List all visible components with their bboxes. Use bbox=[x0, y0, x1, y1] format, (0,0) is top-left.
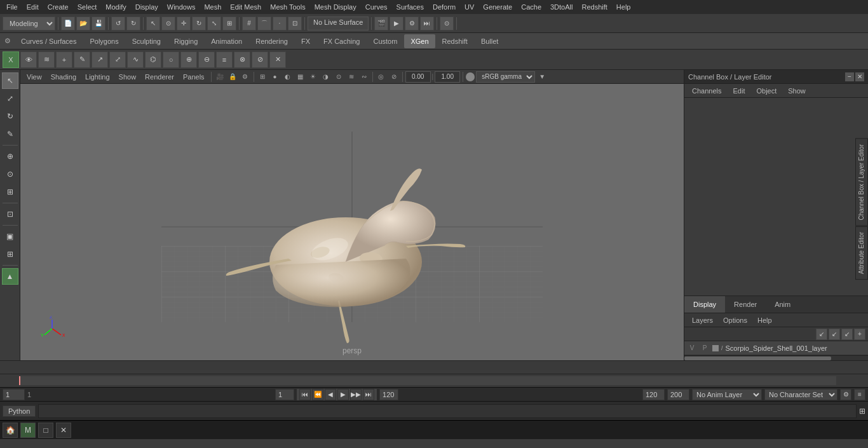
redo-button[interactable]: ↻ bbox=[126, 17, 140, 31]
menu-item-curves[interactable]: Curves bbox=[362, 2, 391, 12]
python-run-icon[interactable]: ⊞ bbox=[859, 407, 865, 416]
xgen-add-btn[interactable]: + bbox=[56, 51, 72, 68]
renderer-menu[interactable]: Renderer bbox=[141, 72, 178, 81]
tab-animation[interactable]: Animation bbox=[205, 34, 248, 48]
component-btn[interactable]: ▣ bbox=[2, 228, 18, 245]
layer-playback-toggle[interactable]: P bbox=[700, 344, 710, 351]
move-tool-button[interactable]: ✛ bbox=[177, 17, 191, 31]
menu-item-mesh-tools[interactable]: Mesh Tools bbox=[266, 2, 309, 12]
menu-item-create[interactable]: Create bbox=[44, 2, 72, 12]
render-button[interactable]: 🎬 bbox=[374, 17, 388, 31]
xgen-orient-btn[interactable]: ⊕ bbox=[180, 51, 197, 68]
python-input-field[interactable] bbox=[38, 404, 857, 418]
paint-select-btn[interactable]: ⊞ bbox=[2, 246, 18, 262]
timeline-frames[interactable] bbox=[0, 374, 868, 387]
layers-scroll-thumb[interactable] bbox=[684, 356, 831, 360]
xgen-select-btn[interactable]: ↗ bbox=[92, 51, 108, 68]
menu-item-mesh-display[interactable]: Mesh Display bbox=[311, 2, 360, 12]
tab-polygons[interactable]: Polygons bbox=[83, 34, 125, 48]
menu-item-edit-mesh[interactable]: Edit Mesh bbox=[226, 2, 265, 12]
camera-attrs-btn[interactable]: ⚙ bbox=[240, 71, 251, 83]
anim-extra-btn[interactable]: ≡ bbox=[854, 389, 865, 400]
step-back-btn[interactable]: ⏪ bbox=[312, 389, 323, 400]
coord-y-field[interactable] bbox=[435, 71, 460, 83]
shading-menu[interactable]: Shading bbox=[47, 72, 80, 81]
menu-item-display[interactable]: Display bbox=[132, 2, 162, 12]
gamma-icon[interactable] bbox=[466, 72, 475, 81]
object-menu[interactable]: Object bbox=[751, 86, 782, 96]
render-settings-button[interactable]: ⚙ bbox=[405, 17, 419, 31]
taskbar-minimize-btn[interactable]: M bbox=[20, 423, 36, 438]
pivot-btn[interactable]: ⊕ bbox=[2, 148, 18, 165]
back-btn[interactable]: ◀ bbox=[325, 389, 336, 400]
channel-box-side-tab[interactable]: Channel Box / Layer Editor bbox=[855, 139, 868, 226]
xgen-icon-btn[interactable]: X bbox=[3, 51, 19, 68]
menu-item-uv[interactable]: UV bbox=[461, 2, 478, 12]
edit-menu[interactable]: Edit bbox=[728, 86, 750, 96]
lighting-menu[interactable]: Lighting bbox=[81, 72, 114, 81]
xgen-paint-btn[interactable]: ✎ bbox=[74, 51, 90, 68]
view-menu[interactable]: View bbox=[23, 72, 46, 81]
gamma-select[interactable]: sRGB gamma Linear Raw bbox=[476, 71, 535, 83]
xgen-clump-btn[interactable]: ≡ bbox=[216, 51, 233, 68]
layer-remove-selected-btn[interactable]: ↙ bbox=[829, 329, 840, 340]
taskbar-restore-btn[interactable]: □ bbox=[38, 423, 53, 438]
layer-name-label[interactable]: Scorpio_Spider_Shell_001_layer bbox=[726, 344, 865, 352]
motion-blur-btn[interactable]: ≋ bbox=[346, 71, 357, 83]
menu-item-redshift[interactable]: Redshift bbox=[578, 2, 611, 12]
shadow-btn[interactable]: ◑ bbox=[320, 71, 332, 83]
tab-custom[interactable]: Custom bbox=[367, 34, 404, 48]
python-tab[interactable]: Python bbox=[3, 405, 36, 417]
show-manipulator-btn[interactable]: ⊞ bbox=[2, 184, 18, 200]
rotate-btn[interactable]: ↻ bbox=[2, 108, 18, 125]
tab-fx[interactable]: FX bbox=[295, 34, 316, 48]
snap-together-btn[interactable]: ⊡ bbox=[2, 206, 18, 222]
go-end-btn[interactable]: ⏭ bbox=[363, 389, 374, 400]
gamma-settings-btn[interactable]: ▼ bbox=[536, 71, 548, 83]
save-file-button[interactable]: 💾 bbox=[92, 17, 105, 31]
new-file-button[interactable]: 📄 bbox=[61, 17, 75, 31]
menu-item-edit[interactable]: Edit bbox=[23, 2, 43, 12]
light-btn[interactable]: ☀ bbox=[308, 71, 319, 83]
select-mode-btn[interactable]: ↖ bbox=[2, 72, 18, 89]
taskbar-close-btn[interactable]: ✕ bbox=[56, 423, 71, 438]
transform-tool-button[interactable]: ⊞ bbox=[222, 17, 236, 31]
isolate-btn[interactable]: ◎ bbox=[376, 71, 387, 83]
char-set-dropdown[interactable]: No Character Set bbox=[764, 389, 837, 400]
menu-item-3dttoall[interactable]: 3DtoAll bbox=[546, 2, 576, 12]
timeline-bar[interactable] bbox=[19, 376, 836, 385]
layers-help-menu[interactable]: Help bbox=[754, 315, 776, 325]
play-btn[interactable]: ▶ bbox=[337, 389, 349, 400]
live-surface-button[interactable]: No Live Surface bbox=[308, 17, 369, 31]
timeline-ruler[interactable] bbox=[0, 361, 868, 374]
xgen-move-btn[interactable]: ⤢ bbox=[109, 51, 126, 68]
snap-point-button[interactable]: · bbox=[273, 17, 287, 31]
tab-xgen[interactable]: XGen bbox=[404, 34, 435, 48]
menu-item-surfaces[interactable]: Surfaces bbox=[393, 2, 428, 12]
channel-box-close-btn[interactable]: ✕ bbox=[855, 72, 864, 81]
aa-btn[interactable]: ∾ bbox=[358, 71, 370, 83]
render-tab[interactable]: Render bbox=[725, 296, 766, 313]
smooth-shade-btn[interactable]: ● bbox=[269, 71, 281, 83]
xgen-tool-btn[interactable]: ▲ bbox=[2, 268, 18, 285]
coord-x-field[interactable] bbox=[405, 71, 431, 83]
show-menu[interactable]: Show bbox=[115, 72, 140, 81]
anim-end-field[interactable] bbox=[642, 389, 665, 400]
fwd-btn[interactable]: ▶▶ bbox=[350, 389, 362, 400]
range-start-field[interactable] bbox=[275, 389, 294, 400]
snap-view-button[interactable]: ⊡ bbox=[288, 17, 302, 31]
viewport-3d[interactable]: X Y Z persp bbox=[20, 84, 684, 360]
open-file-button[interactable]: 📂 bbox=[76, 17, 90, 31]
anim-tab[interactable]: Anim bbox=[766, 296, 799, 313]
go-start-btn[interactable]: ⏮ bbox=[299, 389, 311, 400]
camera-lock-btn[interactable]: 🔒 bbox=[227, 71, 238, 83]
xgen-noise-btn[interactable]: ⊗ bbox=[234, 51, 250, 68]
xgen-guide-btn[interactable]: ⊖ bbox=[198, 51, 215, 68]
current-frame-field[interactable] bbox=[3, 389, 25, 400]
xgen-tube-btn[interactable]: ⌬ bbox=[145, 51, 161, 68]
render-seq-button[interactable]: ⏭ bbox=[420, 17, 434, 31]
attribute-editor-side-tab[interactable]: Attribute Editor bbox=[855, 226, 868, 280]
mode-settings-icon[interactable]: ⚙ bbox=[1, 35, 14, 48]
mode-dropdown[interactable]: Modeling Rigging Animation bbox=[3, 17, 55, 31]
rotate-tool-button[interactable]: ↻ bbox=[192, 17, 206, 31]
